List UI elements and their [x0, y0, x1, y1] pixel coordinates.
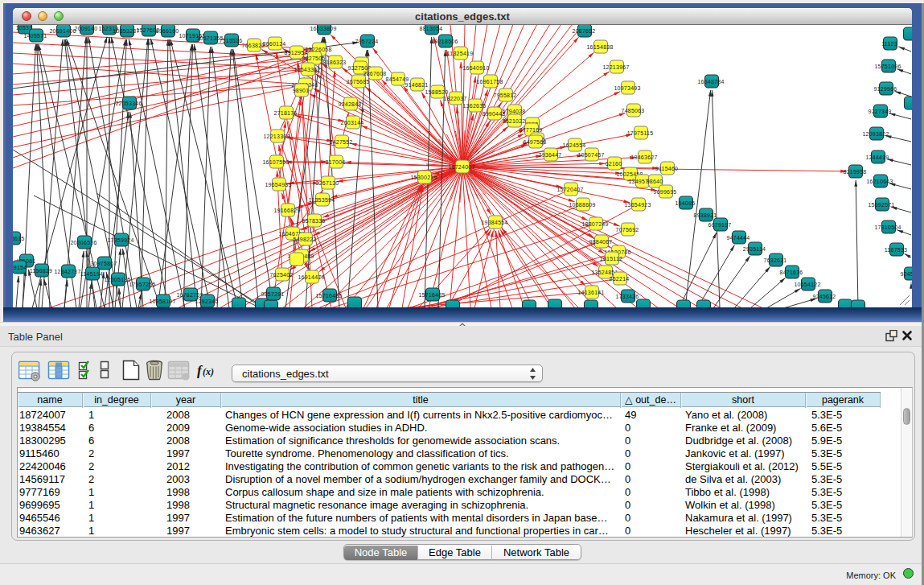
svg-text:12505135: 12505135 — [104, 277, 130, 282]
svg-text:8813054: 8813054 — [419, 26, 442, 31]
svg-text:317004: 317004 — [326, 159, 346, 165]
svg-text:8454749: 8454749 — [385, 76, 409, 82]
svg-text:13226058: 13226058 — [305, 47, 331, 52]
svg-text:10973493: 10973493 — [614, 85, 640, 91]
svg-text:7515526: 7515526 — [219, 38, 242, 43]
svg-text:17359924: 17359924 — [107, 237, 133, 243]
svg-text:252214: 252214 — [610, 276, 630, 282]
svg-text:1156829: 1156829 — [30, 268, 52, 274]
svg-text:20691406: 20691406 — [49, 28, 76, 34]
svg-text:7955812: 7955812 — [493, 93, 516, 98]
svg-text:98640: 98640 — [647, 179, 663, 184]
svg-text:6794028: 6794028 — [502, 109, 525, 114]
svg-text:17975115: 17975115 — [627, 130, 654, 136]
svg-text:39154: 39154 — [13, 265, 27, 270]
svg-text:16782759: 16782759 — [176, 292, 203, 298]
svg-text:9884067: 9884067 — [589, 239, 612, 245]
svg-text:10654122: 10654122 — [794, 282, 820, 287]
svg-text:22053346: 22053346 — [115, 101, 142, 106]
svg-text:19384554: 19384554 — [481, 220, 507, 225]
svg-text:16154838: 16154838 — [586, 44, 613, 50]
svg-text:16914479: 16914479 — [298, 274, 324, 280]
svg-text:2626615: 2626615 — [13, 236, 25, 241]
svg-text:15751096: 15751096 — [874, 64, 901, 69]
svg-text:6679197: 6679197 — [708, 222, 731, 228]
svg-text:7485063: 7485063 — [621, 108, 644, 113]
svg-text:2867608: 2867608 — [363, 71, 386, 76]
svg-text:1145194: 1145194 — [80, 271, 103, 277]
svg-text:14136141: 14136141 — [577, 290, 604, 295]
svg-text:8186323: 8186323 — [322, 60, 346, 65]
svg-text:2087652: 2087652 — [572, 28, 595, 34]
svg-text:1167533: 1167533 — [885, 247, 907, 253]
svg-text:11325419: 11325419 — [447, 51, 474, 56]
svg-text:19463627: 19463627 — [630, 154, 657, 160]
svg-text:18807249: 18807249 — [581, 221, 608, 227]
svg-text:2009140: 2009140 — [74, 26, 97, 31]
svg-text:30975867: 30975867 — [90, 261, 117, 266]
svg-text:9129966: 9129966 — [873, 86, 897, 92]
svg-text:19654933: 19654933 — [265, 182, 291, 187]
svg-text:924502: 924502 — [901, 271, 912, 277]
svg-text:9242848: 9242848 — [338, 101, 361, 107]
svg-text:98901: 98901 — [293, 88, 310, 93]
svg-text:7663822: 7663822 — [241, 43, 265, 48]
svg-text:7625402: 7625402 — [269, 272, 293, 278]
svg-text:10958107: 10958107 — [149, 299, 175, 304]
svg-text:9777169: 9777169 — [519, 127, 542, 133]
svg-text:1405571: 1405571 — [23, 33, 47, 39]
svg-text:3267130: 3267130 — [315, 180, 339, 186]
svg-text:7957224: 7957224 — [355, 39, 378, 44]
svg-text:2718176: 2718176 — [273, 110, 297, 116]
svg-text:11123: 11123 — [881, 41, 897, 47]
svg-text:12342737: 12342737 — [54, 269, 80, 274]
svg-text:15716485: 15716485 — [418, 292, 445, 298]
svg-text:1822037: 1822037 — [443, 96, 466, 101]
svg-text:15692571: 15692571 — [868, 202, 894, 208]
svg-text:2936447: 2936447 — [538, 152, 561, 158]
svg-text:12213309: 12213309 — [263, 134, 290, 139]
svg-text:9115460: 9115460 — [655, 166, 678, 171]
svg-text:8471676: 8471676 — [779, 270, 803, 275]
svg-text:3675685: 3675685 — [346, 79, 369, 84]
svg-text:12213967: 12213967 — [602, 64, 629, 70]
svg-text:164095: 164095 — [676, 200, 696, 206]
svg-text:9327508: 9327508 — [347, 65, 371, 71]
svg-text:16543362: 16543362 — [294, 67, 320, 72]
svg-text:1733426: 1733426 — [615, 294, 639, 299]
svg-text:10688609: 10688609 — [569, 202, 595, 208]
svg-text:2935114: 2935114 — [743, 246, 766, 252]
svg-text:9327505: 9327505 — [302, 56, 325, 61]
svg-text:16961758: 16961758 — [476, 79, 503, 84]
svg-text:16648784: 16648784 — [697, 79, 724, 84]
svg-text:6966160: 6966160 — [155, 28, 179, 34]
svg-text:13654923: 13654923 — [624, 202, 651, 208]
svg-text:5578335: 5578335 — [302, 218, 325, 224]
svg-text:8660124: 8660124 — [262, 41, 285, 47]
svg-text:9699695: 9699695 — [653, 189, 676, 195]
svg-text:9474444: 9474444 — [726, 235, 749, 241]
svg-text:9857291: 9857291 — [261, 291, 284, 297]
svg-text:62160: 62160 — [606, 161, 622, 167]
svg-text:9146821: 9146821 — [405, 82, 428, 88]
svg-text:18724007: 18724007 — [448, 164, 474, 170]
svg-text:7075692: 7075692 — [615, 227, 639, 233]
svg-text:7632621: 7632621 — [763, 257, 786, 263]
svg-text:1621022: 1621022 — [502, 118, 525, 124]
svg-text:16640910: 16640910 — [462, 65, 489, 71]
svg-text:17810504: 17810504 — [874, 225, 901, 230]
svg-text:16210643: 16210643 — [866, 179, 893, 184]
svg-text:1244419: 1244419 — [865, 154, 889, 160]
svg-text:16033809: 16033809 — [310, 26, 336, 31]
svg-text:5498222: 5498222 — [293, 237, 316, 242]
svg-text:1624554: 1624554 — [562, 142, 585, 148]
svg-text:1292346: 1292346 — [195, 299, 218, 304]
svg-text:1362635: 1362635 — [462, 103, 486, 109]
svg-text:(x): (x) — [203, 366, 214, 377]
svg-text:6497568: 6497568 — [523, 139, 546, 145]
svg-text:17957255: 17957255 — [129, 282, 155, 287]
svg-text:1615112: 1615112 — [600, 256, 622, 262]
svg-text:8427552: 8427552 — [329, 139, 352, 145]
svg-text:10533: 10533 — [16, 25, 33, 31]
svg-text:15716485: 15716485 — [315, 293, 342, 299]
